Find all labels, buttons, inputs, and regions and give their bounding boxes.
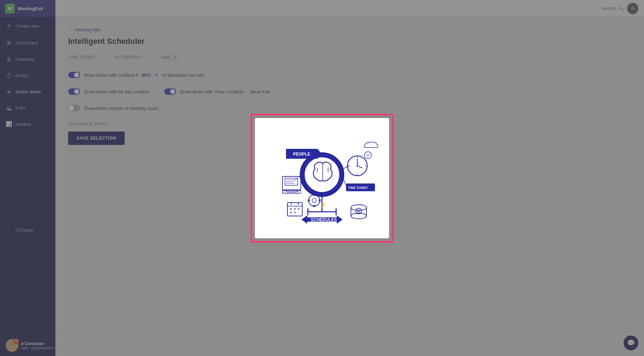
svg-point-39 — [290, 212, 292, 213]
scheduler-illustration: PEOPLE TIME ZONES — [262, 123, 382, 233]
svg-point-40 — [294, 212, 296, 213]
modal-card: PEOPLE TIME ZONES — [255, 118, 389, 238]
svg-rect-29 — [313, 205, 315, 207]
svg-point-4 — [304, 157, 340, 192]
svg-rect-31 — [319, 199, 321, 202]
svg-point-37 — [294, 208, 296, 210]
svg-text:TIME ZONES: TIME ZONES — [348, 186, 368, 189]
svg-rect-28 — [313, 194, 315, 196]
svg-text:⚡: ⚡ — [320, 202, 327, 208]
svg-rect-30 — [308, 199, 310, 202]
svg-text:SCHEDULES: SCHEDULES — [311, 217, 337, 222]
modal-highlight-border: PEOPLE TIME ZONES — [251, 114, 393, 243]
svg-point-38 — [298, 208, 299, 210]
svg-text:PEOPLE: PEOPLE — [293, 152, 310, 157]
modal-overlay[interactable]: PEOPLE TIME ZONES — [0, 0, 644, 356]
svg-point-36 — [290, 208, 292, 210]
